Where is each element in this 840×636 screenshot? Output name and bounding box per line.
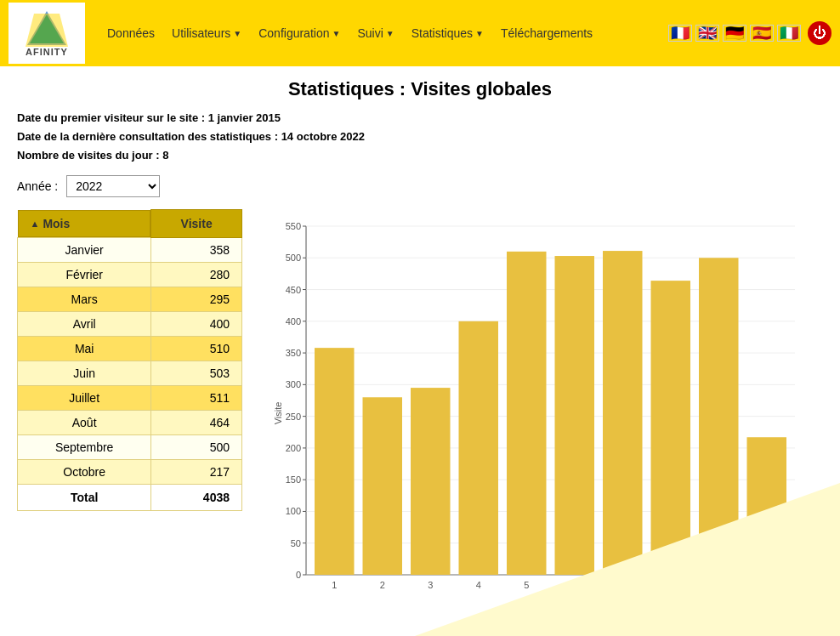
nav-links: Données Utilisateurs ▼ Configuration ▼ S…: [100, 23, 653, 43]
svg-text:350: 350: [286, 348, 301, 358]
chart-x-label: 2: [380, 580, 385, 590]
nav-flags: 🇫🇷 🇬🇧 🇩🇪 🇪🇸 🇮🇹 ⏻: [668, 21, 831, 45]
logo-icon: [26, 9, 68, 47]
year-select[interactable]: 2022 2021 2020 2019 2018 2017 2016 2015: [66, 175, 160, 197]
table-row[interactable]: Mai 510: [18, 336, 242, 361]
cell-mois: Janvier: [18, 237, 151, 262]
chart-x-label: 7: [620, 580, 625, 590]
power-button[interactable]: ⏻: [808, 21, 831, 45]
chart-bar: [363, 398, 403, 576]
configuration-caret: ▼: [332, 29, 340, 38]
utilisateurs-caret: ▼: [233, 29, 241, 38]
chart-bar: [747, 438, 787, 576]
nav-telechargements[interactable]: Téléchargements: [494, 23, 599, 43]
cell-mois: Février: [18, 262, 151, 287]
nav-donnees[interactable]: Données: [100, 23, 162, 43]
flag-gb[interactable]: 🇬🇧: [695, 25, 719, 42]
chart-container: Visite 050100150200250300350400450500550…: [259, 209, 823, 617]
chart-bar: [555, 256, 595, 575]
svg-text:550: 550: [286, 221, 301, 231]
chart-svg: Visite 050100150200250300350400450500550…: [268, 209, 812, 617]
nav-statistiques[interactable]: Statistiques ▼: [405, 23, 491, 43]
table-row[interactable]: Juin 503: [18, 361, 242, 385]
table-row[interactable]: Juillet 511: [18, 385, 242, 410]
svg-text:450: 450: [286, 285, 301, 295]
total-label: Total: [18, 484, 151, 510]
table-row[interactable]: Août 464: [18, 410, 242, 434]
cell-mois: Mars: [18, 287, 151, 311]
year-row: Année : 2022 2021 2020 2019 2018 2017 20…: [17, 175, 823, 197]
table-body: Janvier 358 Février 280 Mars 295 Avril 4…: [18, 237, 242, 484]
svg-text:50: 50: [291, 538, 301, 548]
navbar: AFINITY Données Utilisateurs ▼ Configura…: [0, 0, 840, 66]
statistiques-caret: ▼: [475, 29, 484, 38]
cell-visite: 295: [151, 287, 242, 311]
cell-visite: 217: [151, 459, 242, 484]
svg-text:200: 200: [286, 443, 301, 453]
chart-bar: [699, 258, 739, 576]
table-row[interactable]: Octobre 217: [18, 459, 242, 484]
cell-mois: Avril: [18, 311, 151, 336]
svg-text:150: 150: [286, 474, 301, 485]
chart-x-label: 1: [332, 580, 337, 590]
table-row[interactable]: Septembre 500: [18, 434, 242, 459]
total-value: 4038: [151, 484, 242, 510]
chart-x-label: 5: [524, 580, 529, 590]
cell-mois: Octobre: [18, 459, 151, 484]
cell-visite: 510: [151, 336, 242, 361]
col-mois-header[interactable]: ▲ Mois: [18, 210, 151, 237]
stats-table: ▲ Mois Visite Janvier 358 Février 280 Ma…: [17, 209, 242, 511]
chart-bars: [315, 251, 786, 575]
cell-mois: Mai: [18, 336, 151, 361]
cell-mois: Juin: [18, 361, 151, 385]
flag-de[interactable]: 🇩🇪: [723, 25, 746, 42]
sort-icon: ▲: [31, 219, 40, 229]
table-row[interactable]: Avril 400: [18, 311, 242, 336]
col-visite-header[interactable]: Visite: [151, 210, 242, 238]
chart-x-label: 6: [572, 580, 577, 590]
cell-visite: 400: [151, 311, 242, 336]
cell-visite: 503: [151, 361, 242, 385]
logo[interactable]: AFINITY: [9, 3, 85, 64]
chart-x-label: 8: [668, 580, 673, 590]
info-line2: Date de la dernière consultation des sta…: [17, 128, 823, 146]
chart-x-label: 3: [428, 580, 433, 590]
chart-bar: [603, 251, 643, 575]
chart-x-labels: 12345678910: [332, 580, 772, 590]
svg-text:0: 0: [296, 570, 301, 580]
page-title: Statistiques : Visites globales: [17, 78, 823, 100]
y-axis-label: Visite: [273, 402, 283, 425]
info-block: Date du premier visiteur sur le site : 1…: [17, 109, 823, 165]
cell-visite: 358: [151, 237, 242, 262]
table-row[interactable]: Mars 295: [18, 287, 242, 311]
flag-es[interactable]: 🇪🇸: [750, 25, 774, 42]
chart-bar: [651, 281, 691, 575]
svg-text:250: 250: [286, 412, 301, 422]
chart-x-label: 4: [476, 580, 481, 590]
flag-it[interactable]: 🇮🇹: [777, 25, 801, 42]
svg-text:100: 100: [286, 507, 301, 517]
svg-text:500: 500: [286, 253, 301, 264]
year-label: Année :: [17, 179, 58, 193]
info-line3: Nombre de visites du jour : 8: [17, 146, 823, 165]
table-row[interactable]: Janvier 358: [18, 237, 242, 262]
chart-x-label: 10: [762, 580, 772, 590]
svg-text:300: 300: [286, 380, 301, 390]
suivi-caret: ▼: [386, 29, 394, 38]
cell-visite: 280: [151, 262, 242, 287]
nav-suivi[interactable]: Suivi ▼: [350, 23, 400, 43]
chart-bar: [459, 321, 499, 575]
cell-visite: 464: [151, 410, 242, 434]
cell-mois: Septembre: [18, 434, 151, 459]
nav-configuration[interactable]: Configuration ▼: [252, 23, 347, 43]
info-line1: Date du premier visiteur sur le site : 1…: [17, 109, 823, 128]
chart-bar: [411, 388, 451, 575]
cell-visite: 511: [151, 385, 242, 410]
nav-utilisateurs[interactable]: Utilisateurs ▼: [165, 23, 248, 43]
flag-fr[interactable]: 🇫🇷: [668, 25, 692, 42]
content-row: ▲ Mois Visite Janvier 358 Février 280 Ma…: [17, 209, 823, 617]
logo-text: AFINITY: [26, 47, 68, 57]
cell-mois: Juillet: [18, 385, 151, 410]
table-row[interactable]: Février 280: [18, 262, 242, 287]
cell-visite: 500: [151, 434, 242, 459]
